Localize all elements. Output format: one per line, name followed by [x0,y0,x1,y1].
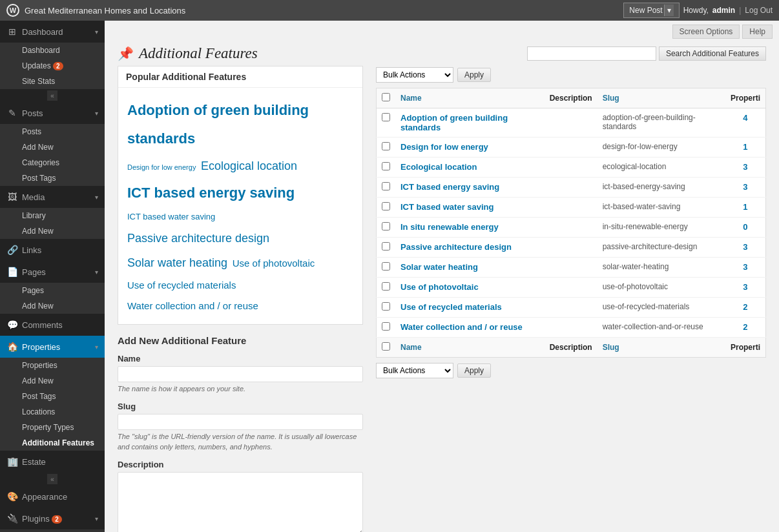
tag-passive[interactable]: Passive architecture design [127,227,269,250]
sidebar-item-comments[interactable]: 💬 Comments [0,314,105,336]
row-name-link[interactable]: Use of photovoltaic [400,282,479,292]
tag-ict-energy[interactable]: ICT based energy saving [127,179,295,207]
row-name-link[interactable]: Ecological location [400,162,477,172]
submenu-post-tags[interactable]: Post Tags [0,170,105,186]
submenu-locations[interactable]: Locations [0,404,105,420]
row-checkbox[interactable] [382,322,390,331]
sidebar-item-media[interactable]: 🖼 Media ▾ [0,186,105,208]
submenu-site-stats[interactable]: Site Stats [0,74,105,89]
tag-recycled[interactable]: Use of recycled materials [127,276,236,295]
row-count-link[interactable]: 2 [743,302,747,312]
select-all-checkbox-bottom[interactable] [382,342,390,351]
submenu-plugins[interactable]: Plugins [0,529,105,532]
row-name-link[interactable]: Water collection and / or reuse [400,322,523,332]
row-checkbox[interactable] [382,302,390,311]
row-count-link[interactable]: 3 [743,162,747,172]
row-checkbox[interactable] [382,142,390,150]
row-count-link[interactable]: 0 [743,222,747,232]
row-count-link[interactable]: 3 [743,182,747,192]
row-name-link[interactable]: In situ renewable energy [400,222,499,232]
submenu-dashboard[interactable]: Dashboard [0,43,105,58]
menu-collapse-bottom[interactable]: « [47,474,57,484]
posts-submenu: Posts Add New Categories Post Tags [0,124,105,186]
new-post-button[interactable]: New Post ▾ [623,3,679,18]
tag-adoption[interactable]: Adoption of green building standards [127,96,353,153]
tag-ict-water[interactable]: ICT based water saving [127,209,215,225]
sidebar-item-posts[interactable]: ✎ Posts ▾ [0,102,105,124]
new-post-arrow[interactable]: ▾ [664,5,674,16]
tf-slug-link[interactable]: Slug [603,343,619,352]
slug-input[interactable] [118,414,363,430]
row-count-link[interactable]: 1 [743,142,747,152]
search-input[interactable] [527,46,656,61]
row-checkbox[interactable] [382,282,390,291]
row-count-cell: 2 [725,318,766,338]
row-count-link[interactable]: 3 [743,242,747,252]
tag-ecological[interactable]: Ecological location [201,154,297,178]
screen-options-button[interactable]: Screen Options [672,25,740,39]
bulk-actions-select-top[interactable]: Bulk Actions Delete [376,67,453,83]
sidebar-item-estate[interactable]: 🏢 Estate [0,451,105,473]
submenu-pages-add-new[interactable]: Add New [0,298,105,314]
help-button[interactable]: Help [742,25,773,39]
row-checkbox[interactable] [382,262,390,271]
sidebar-item-links[interactable]: 🔗 Links [0,239,105,261]
row-name-link[interactable]: Passive architecture design [400,242,512,252]
row-name-link[interactable]: Solar water heating [400,262,478,272]
row-checkbox[interactable] [382,202,390,210]
row-count-link[interactable]: 2 [743,322,747,332]
tf-name-link[interactable]: Name [400,343,422,352]
tag-water-collection[interactable]: Water collection and / or reuse [127,296,258,316]
bulk-actions-select-bottom[interactable]: Bulk Actions Delete [376,363,453,378]
row-count-link[interactable]: 4 [743,113,747,123]
row-checkbox[interactable] [382,162,390,170]
submenu-updates[interactable]: Updates 2 [0,58,105,74]
row-count-cell: 3 [725,178,766,198]
sidebar-item-dashboard[interactable]: ⊞ Dashboard ▾ [0,21,105,43]
sidebar-item-properties[interactable]: 🏠 Properties ▾ [0,336,105,358]
submenu-pages[interactable]: Pages [0,283,105,298]
sidebar-item-pages[interactable]: 📄 Pages ▾ [0,261,105,283]
row-checkbox[interactable] [382,242,390,251]
row-count-link[interactable]: 3 [743,262,747,272]
submenu-posts-add-new[interactable]: Add New [0,139,105,155]
sidebar-item-plugins[interactable]: 🔌 Plugins 2 ▾ [0,507,105,529]
submenu-additional-features[interactable]: Additional Features [0,435,105,451]
media-icon: 🖼 [6,191,18,203]
logout-link[interactable]: Log Out [745,6,773,15]
select-all-checkbox-top[interactable] [382,93,390,101]
row-checkbox[interactable] [382,113,390,121]
apply-button-bottom[interactable]: Apply [457,363,491,378]
username-link[interactable]: admin [712,6,735,15]
tag-design-low-energy[interactable]: Design for low energy [127,160,196,174]
search-button[interactable]: Search Additional Features [659,46,766,61]
tag-solar[interactable]: Solar water heating [127,251,227,274]
row-name-link[interactable]: ICT based energy saving [400,182,499,192]
submenu-library[interactable]: Library [0,208,105,223]
submenu-properties-add-new[interactable]: Add New [0,373,105,389]
row-name-link[interactable]: Adoption of green building standards [400,113,508,132]
description-textarea[interactable] [118,472,363,532]
row-checkbox[interactable] [382,222,390,230]
row-slug-cell: in-situ-renewable-energy [597,218,725,238]
table-row: Use of recycled materials use-of-recycle… [377,298,766,318]
th-name-link[interactable]: Name [400,94,422,103]
submenu-property-types[interactable]: Property Types [0,420,105,435]
th-slug-link[interactable]: Slug [603,94,619,103]
submenu-properties-post-tags[interactable]: Post Tags [0,389,105,404]
row-checkbox[interactable] [382,182,390,190]
submenu-media-add-new[interactable]: Add New [0,223,105,239]
row-count-link[interactable]: 3 [743,282,747,292]
menu-collapse[interactable]: « [47,90,57,101]
row-name-link[interactable]: Design for low energy [400,142,488,152]
apply-button-top[interactable]: Apply [457,68,491,82]
row-count-link[interactable]: 1 [743,202,747,212]
submenu-posts[interactable]: Posts [0,124,105,139]
submenu-categories[interactable]: Categories [0,155,105,170]
submenu-properties[interactable]: Properties [0,358,105,373]
tag-photovoltaic[interactable]: Use of photovoltaic [233,254,315,273]
name-input[interactable] [118,366,363,382]
row-name-link[interactable]: Use of recycled materials [400,302,502,312]
sidebar-item-appearance[interactable]: 🎨 Appearance [0,486,105,507]
row-name-link[interactable]: ICT based water saving [400,202,494,212]
